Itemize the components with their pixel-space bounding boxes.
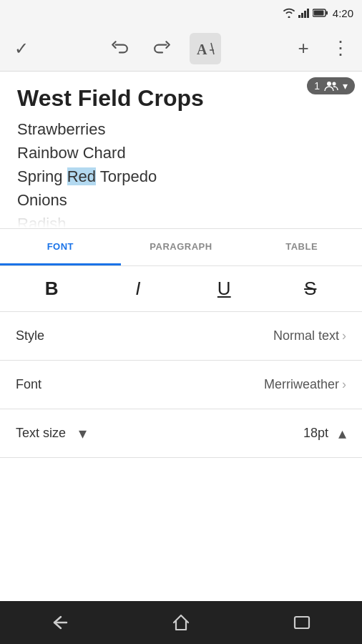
text-size-row: Text size ▾ 18pt ▴ — [0, 409, 362, 458]
bold-button[interactable]: B — [33, 270, 70, 308]
font-row: Font Merriweather › — [0, 361, 362, 409]
add-icon: + — [298, 37, 308, 59]
back-icon — [51, 615, 69, 630]
text-size-increase-button[interactable]: ▴ — [338, 424, 346, 443]
font-label: Font — [16, 377, 41, 392]
doc-fade — [0, 208, 362, 228]
recents-button[interactable] — [280, 607, 323, 638]
underline-icon: U — [217, 278, 231, 300]
svg-rect-0 — [298, 15, 300, 18]
format-tabs: FONT PARAGRAPH TABLE — [0, 229, 362, 266]
check-button[interactable]: ✓ — [6, 33, 37, 64]
undo-icon — [110, 41, 129, 57]
people-icon — [324, 80, 338, 92]
toolbar-center: A — [104, 33, 221, 64]
redo-button[interactable] — [147, 33, 178, 64]
italic-button[interactable]: I — [119, 270, 157, 308]
style-chevron-icon: › — [342, 328, 346, 343]
status-bar: 4:20 — [0, 0, 362, 26]
strikethrough-button[interactable]: S — [292, 270, 329, 308]
toolbar-left: ✓ — [6, 33, 37, 64]
svg-line-8 — [211, 43, 214, 54]
text-size-left: Text size ▾ — [16, 424, 87, 443]
style-value-button[interactable]: Normal text › — [273, 328, 346, 343]
more-icon: ⋮ — [331, 37, 350, 59]
font-chevron-icon: › — [342, 377, 346, 392]
home-button[interactable] — [160, 607, 202, 638]
wifi-icon — [283, 8, 295, 18]
style-value-text: Normal text — [273, 328, 339, 343]
comment-count: 1 — [314, 80, 320, 92]
document-title: West Field Crops — [17, 84, 345, 112]
home-icon — [172, 614, 190, 631]
document-area: West Field Crops Strawberries Rainbow Ch… — [0, 72, 362, 229]
format-buttons-row: B I U S — [0, 266, 362, 312]
comment-chevron-icon: ▾ — [343, 80, 348, 92]
strikethrough-icon: S — [304, 278, 316, 300]
back-button[interactable] — [39, 607, 82, 638]
status-time: 4:20 — [333, 7, 353, 19]
font-value-button[interactable]: Merriweather › — [264, 377, 346, 392]
toolbar: ✓ A + ⋮ — [0, 26, 362, 72]
add-button[interactable]: + — [288, 33, 319, 64]
format-panel: FONT PARAGRAPH TABLE B I U S Style Norma… — [0, 229, 362, 458]
format-text-button[interactable]: A — [190, 33, 221, 64]
doc-line-2: Rainbow Chard — [17, 141, 345, 165]
text-size-value: 18pt — [303, 426, 328, 441]
check-icon: ✓ — [14, 39, 29, 59]
tab-table[interactable]: TABLE — [241, 229, 362, 265]
svg-point-11 — [333, 82, 336, 86]
tab-paragraph[interactable]: PARAGRAPH — [121, 229, 242, 265]
bottom-nav — [0, 601, 362, 644]
text-size-right: 18pt ▴ — [303, 424, 346, 443]
signal-icon — [298, 8, 310, 18]
svg-rect-3 — [307, 9, 309, 18]
highlighted-word: Red — [67, 167, 96, 185]
recents-icon — [293, 615, 311, 630]
style-label: Style — [16, 328, 44, 343]
doc-line-3: Spring Red Torpedo — [17, 165, 345, 188]
status-icons — [283, 8, 328, 18]
style-row: Style Normal text › — [0, 312, 362, 361]
more-button[interactable]: ⋮ — [325, 33, 356, 64]
tab-font[interactable]: FONT — [0, 229, 121, 265]
svg-rect-6 — [313, 11, 323, 16]
comment-bubble[interactable]: 1 ▾ — [307, 77, 355, 94]
redo-icon — [153, 41, 172, 57]
italic-icon: I — [135, 278, 140, 300]
underline-button[interactable]: U — [205, 270, 243, 308]
bold-icon: B — [45, 278, 59, 300]
toolbar-right: + ⋮ — [288, 33, 356, 64]
svg-rect-2 — [304, 11, 306, 18]
text-size-label: Text size — [16, 426, 66, 441]
svg-text:A: A — [197, 42, 207, 57]
svg-rect-1 — [301, 13, 303, 18]
svg-rect-13 — [295, 617, 309, 628]
doc-line-1: Strawberries — [17, 117, 345, 141]
svg-rect-5 — [326, 11, 328, 15]
format-text-icon: A — [195, 40, 215, 57]
undo-button[interactable] — [104, 33, 135, 64]
font-value-text: Merriweather — [264, 377, 339, 392]
svg-point-10 — [327, 82, 331, 86]
text-size-decrease-button[interactable]: ▾ — [79, 424, 87, 443]
battery-icon — [313, 9, 328, 17]
